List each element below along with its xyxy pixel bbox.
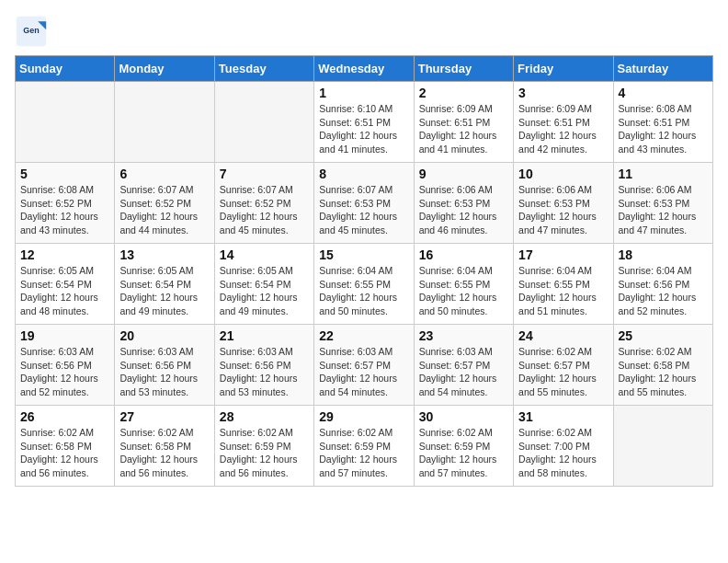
calendar-cell (613, 406, 712, 487)
calendar-cell: 27Sunrise: 6:02 AM Sunset: 6:58 PM Dayli… (115, 406, 214, 487)
day-info: Sunrise: 6:09 AM Sunset: 6:51 PM Dayligh… (518, 102, 608, 156)
weekday-header: Sunday (16, 56, 115, 82)
day-number: 15 (319, 247, 408, 262)
day-info: Sunrise: 6:04 AM Sunset: 6:55 PM Dayligh… (319, 264, 408, 318)
calendar-cell: 21Sunrise: 6:03 AM Sunset: 6:56 PM Dayli… (214, 325, 313, 406)
calendar-cell: 3Sunrise: 6:09 AM Sunset: 6:51 PM Daylig… (514, 82, 613, 163)
calendar-cell: 28Sunrise: 6:02 AM Sunset: 6:59 PM Dayli… (214, 406, 313, 487)
day-number: 16 (419, 247, 508, 262)
day-number: 18 (619, 247, 708, 262)
calendar-cell: 29Sunrise: 6:02 AM Sunset: 6:59 PM Dayli… (314, 406, 414, 487)
calendar-cell: 22Sunrise: 6:03 AM Sunset: 6:57 PM Dayli… (314, 325, 414, 406)
weekday-header: Friday (514, 56, 613, 82)
day-number: 12 (20, 247, 109, 262)
calendar-cell: 11Sunrise: 6:06 AM Sunset: 6:53 PM Dayli… (613, 163, 712, 244)
calendar-cell: 8Sunrise: 6:07 AM Sunset: 6:53 PM Daylig… (314, 163, 414, 244)
weekday-header: Thursday (414, 56, 513, 82)
calendar-cell: 10Sunrise: 6:06 AM Sunset: 6:53 PM Dayli… (514, 163, 613, 244)
calendar-cell: 9Sunrise: 6:06 AM Sunset: 6:53 PM Daylig… (414, 163, 513, 244)
day-info: Sunrise: 6:09 AM Sunset: 6:51 PM Dayligh… (419, 102, 508, 156)
day-info: Sunrise: 6:06 AM Sunset: 6:53 PM Dayligh… (518, 183, 608, 237)
day-number: 13 (119, 247, 209, 262)
calendar-cell: 13Sunrise: 6:05 AM Sunset: 6:54 PM Dayli… (115, 244, 214, 325)
calendar-cell: 5Sunrise: 6:08 AM Sunset: 6:52 PM Daylig… (16, 163, 115, 244)
day-info: Sunrise: 6:02 AM Sunset: 6:58 PM Dayligh… (119, 426, 209, 480)
day-info: Sunrise: 6:04 AM Sunset: 6:55 PM Dayligh… (419, 264, 508, 318)
day-number: 11 (619, 167, 708, 181)
day-number: 7 (220, 167, 309, 181)
day-info: Sunrise: 6:04 AM Sunset: 6:56 PM Dayligh… (619, 264, 708, 318)
day-number: 20 (119, 328, 209, 343)
calendar-cell: 4Sunrise: 6:08 AM Sunset: 6:51 PM Daylig… (613, 82, 712, 163)
week-row: 19Sunrise: 6:03 AM Sunset: 6:56 PM Dayli… (16, 325, 713, 406)
calendar-cell: 26Sunrise: 6:02 AM Sunset: 6:58 PM Dayli… (16, 406, 115, 487)
day-number: 3 (518, 86, 608, 100)
calendar-cell (16, 82, 115, 163)
day-info: Sunrise: 6:06 AM Sunset: 6:53 PM Dayligh… (419, 183, 508, 237)
logo: Gen (15, 15, 53, 48)
weekday-header: Saturday (613, 56, 712, 82)
day-number: 31 (518, 409, 608, 424)
day-number: 25 (619, 328, 708, 343)
week-row: 1Sunrise: 6:10 AM Sunset: 6:51 PM Daylig… (16, 82, 713, 163)
day-number: 10 (518, 167, 608, 181)
day-info: Sunrise: 6:07 AM Sunset: 6:53 PM Dayligh… (319, 183, 408, 237)
day-info: Sunrise: 6:03 AM Sunset: 6:56 PM Dayligh… (220, 345, 309, 399)
day-number: 19 (20, 328, 109, 343)
day-number: 4 (619, 86, 708, 100)
day-info: Sunrise: 6:03 AM Sunset: 6:57 PM Dayligh… (319, 345, 408, 399)
calendar-cell: 15Sunrise: 6:04 AM Sunset: 6:55 PM Dayli… (314, 244, 414, 325)
calendar-cell: 17Sunrise: 6:04 AM Sunset: 6:55 PM Dayli… (514, 244, 613, 325)
day-info: Sunrise: 6:07 AM Sunset: 6:52 PM Dayligh… (220, 183, 309, 237)
week-row: 26Sunrise: 6:02 AM Sunset: 6:58 PM Dayli… (16, 406, 713, 487)
weekday-header: Wednesday (314, 56, 414, 82)
weekday-header: Tuesday (214, 56, 313, 82)
calendar-cell: 16Sunrise: 6:04 AM Sunset: 6:55 PM Dayli… (414, 244, 513, 325)
day-info: Sunrise: 6:05 AM Sunset: 6:54 PM Dayligh… (119, 264, 209, 318)
day-info: Sunrise: 6:02 AM Sunset: 6:59 PM Dayligh… (220, 426, 309, 480)
page-header: Gen (15, 15, 713, 48)
day-number: 21 (220, 328, 309, 343)
calendar-cell: 2Sunrise: 6:09 AM Sunset: 6:51 PM Daylig… (414, 82, 513, 163)
calendar-table: SundayMondayTuesdayWednesdayThursdayFrid… (15, 55, 713, 487)
day-info: Sunrise: 6:02 AM Sunset: 6:59 PM Dayligh… (319, 426, 408, 480)
day-info: Sunrise: 6:02 AM Sunset: 7:00 PM Dayligh… (518, 426, 608, 480)
day-info: Sunrise: 6:08 AM Sunset: 6:52 PM Dayligh… (20, 183, 109, 237)
calendar-cell: 25Sunrise: 6:02 AM Sunset: 6:58 PM Dayli… (613, 325, 712, 406)
weekday-header-row: SundayMondayTuesdayWednesdayThursdayFrid… (16, 56, 713, 82)
day-number: 22 (319, 328, 408, 343)
calendar-cell (214, 82, 313, 163)
weekday-header: Monday (115, 56, 214, 82)
day-number: 28 (220, 409, 309, 424)
svg-text:Gen: Gen (23, 26, 40, 35)
day-number: 9 (419, 167, 508, 181)
calendar-cell: 7Sunrise: 6:07 AM Sunset: 6:52 PM Daylig… (214, 163, 313, 244)
day-info: Sunrise: 6:02 AM Sunset: 6:58 PM Dayligh… (20, 426, 109, 480)
day-info: Sunrise: 6:03 AM Sunset: 6:57 PM Dayligh… (419, 345, 508, 399)
day-info: Sunrise: 6:02 AM Sunset: 6:58 PM Dayligh… (619, 345, 708, 399)
day-info: Sunrise: 6:02 AM Sunset: 6:59 PM Dayligh… (419, 426, 508, 480)
day-number: 5 (20, 167, 109, 181)
day-number: 14 (220, 247, 309, 262)
day-number: 2 (419, 86, 508, 100)
week-row: 5Sunrise: 6:08 AM Sunset: 6:52 PM Daylig… (16, 163, 713, 244)
day-number: 6 (119, 167, 209, 181)
day-number: 29 (319, 409, 408, 424)
calendar-cell: 24Sunrise: 6:02 AM Sunset: 6:57 PM Dayli… (514, 325, 613, 406)
calendar-cell: 31Sunrise: 6:02 AM Sunset: 7:00 PM Dayli… (514, 406, 613, 487)
calendar-cell: 1Sunrise: 6:10 AM Sunset: 6:51 PM Daylig… (314, 82, 414, 163)
day-number: 26 (20, 409, 109, 424)
day-info: Sunrise: 6:05 AM Sunset: 6:54 PM Dayligh… (20, 264, 109, 318)
day-info: Sunrise: 6:02 AM Sunset: 6:57 PM Dayligh… (518, 345, 608, 399)
calendar-cell: 23Sunrise: 6:03 AM Sunset: 6:57 PM Dayli… (414, 325, 513, 406)
calendar-cell: 18Sunrise: 6:04 AM Sunset: 6:56 PM Dayli… (613, 244, 712, 325)
day-info: Sunrise: 6:08 AM Sunset: 6:51 PM Dayligh… (619, 102, 708, 156)
calendar-cell: 20Sunrise: 6:03 AM Sunset: 6:56 PM Dayli… (115, 325, 214, 406)
day-number: 27 (119, 409, 209, 424)
day-info: Sunrise: 6:05 AM Sunset: 6:54 PM Dayligh… (220, 264, 309, 318)
day-number: 8 (319, 167, 408, 181)
week-row: 12Sunrise: 6:05 AM Sunset: 6:54 PM Dayli… (16, 244, 713, 325)
day-number: 1 (319, 86, 408, 100)
calendar-cell: 30Sunrise: 6:02 AM Sunset: 6:59 PM Dayli… (414, 406, 513, 487)
logo-icon: Gen (15, 15, 48, 48)
